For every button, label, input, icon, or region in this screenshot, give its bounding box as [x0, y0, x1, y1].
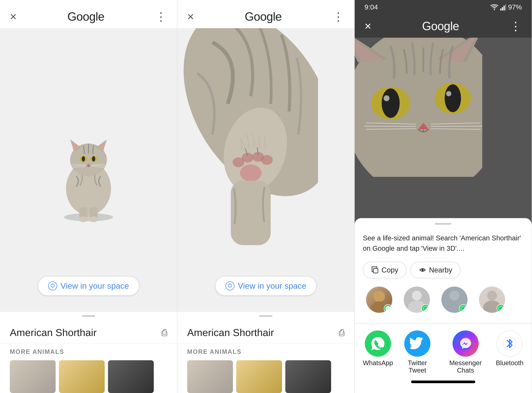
- close-button-3[interactable]: ×: [364, 20, 371, 32]
- animal-thumb-5[interactable]: [236, 360, 282, 393]
- animal-thumb-4[interactable]: [187, 360, 233, 393]
- status-bar-right: 97%: [490, 3, 522, 11]
- cat-closeup-model: [355, 38, 482, 177]
- copy-button[interactable]: Copy: [363, 262, 407, 278]
- messenger-svg: [458, 336, 473, 351]
- whatsapp-icon-small-3: [460, 306, 466, 311]
- contact-1[interactable]: [363, 287, 396, 315]
- svg-point-8: [82, 156, 85, 162]
- whatsapp-svg: [370, 336, 385, 351]
- svg-point-27: [242, 153, 253, 163]
- view-space-button-2[interactable]: View in your space: [215, 276, 316, 295]
- whatsapp-badge-1: [384, 304, 392, 313]
- menu-button-3[interactable]: ⋮: [510, 23, 522, 29]
- scroll-indicator-2: [177, 312, 354, 320]
- whatsapp-icon-small-2: [423, 306, 428, 311]
- whatsapp-badge-3: [459, 304, 468, 313]
- whatsapp-badge-4: [497, 304, 505, 313]
- app-title-3: Google: [422, 19, 459, 33]
- svg-point-59: [412, 291, 422, 300]
- close-button[interactable]: ×: [10, 11, 17, 22]
- signal-icon: [500, 4, 506, 10]
- wifi-icon: [490, 4, 498, 10]
- bluetooth-app-icon: [497, 330, 523, 357]
- animal-thumb-3[interactable]: [108, 360, 154, 393]
- svg-point-43: [382, 88, 400, 118]
- contact-4[interactable]: [476, 287, 508, 315]
- copy-icon: [371, 266, 379, 274]
- close-button-2[interactable]: ×: [187, 11, 194, 22]
- svg-point-46: [445, 84, 461, 112]
- panel3-header: × Google ⋮: [355, 13, 532, 38]
- panel-2: × Google ⋮: [177, 0, 355, 393]
- share-button[interactable]: ⎙: [162, 327, 167, 338]
- app-messenger[interactable]: Messenger Chats: [442, 330, 489, 374]
- twitter-svg: [410, 336, 425, 351]
- svg-point-65: [487, 291, 497, 300]
- contact-3[interactable]: [438, 287, 471, 315]
- more-animals-label-2: MORE ANIMALS: [187, 348, 345, 355]
- app-title: Google: [67, 10, 104, 23]
- more-animals-section-2: MORE ANIMALS: [177, 343, 354, 393]
- whatsapp-badge-2: [422, 304, 430, 313]
- svg-point-10: [92, 156, 95, 162]
- contact-avatar-2: [404, 287, 430, 313]
- share-action-row: Copy Nearby: [363, 262, 523, 278]
- animals-row-2: [187, 360, 345, 393]
- messenger-app-icon: [452, 330, 479, 357]
- battery-level: 97%: [508, 3, 522, 11]
- whatsapp-label: WhatsApp: [363, 359, 393, 367]
- cat-3d-model[interactable]: [48, 117, 129, 223]
- messenger-label: Messenger Chats: [442, 359, 489, 374]
- svg-point-62: [450, 291, 459, 300]
- app-whatsapp[interactable]: WhatsApp: [363, 330, 393, 374]
- animal-thumb-2[interactable]: [59, 360, 105, 393]
- animal-thumb-1[interactable]: [10, 360, 56, 393]
- view-space-button[interactable]: View in your space: [38, 276, 139, 295]
- svg-point-25: [240, 165, 261, 182]
- cat-zoomed-model[interactable]: [177, 28, 318, 257]
- animal-thumb-6[interactable]: [285, 360, 331, 393]
- view-space-label: View in your space: [61, 281, 129, 291]
- apps-row: WhatsApp Twitter Tweet: [363, 330, 523, 374]
- twitter-label: Twitter Tweet: [400, 359, 435, 374]
- svg-rect-55: [373, 268, 378, 273]
- contact-avatar-4: [479, 287, 505, 313]
- animal-name: American Shorthair: [10, 327, 97, 338]
- menu-button[interactable]: ⋮: [155, 14, 167, 20]
- view-space-label-2: View in your space: [238, 281, 307, 291]
- contact-avatar-3: [441, 287, 468, 313]
- ar-icon: [48, 281, 57, 290]
- panel2-model-area: View in your space: [177, 28, 354, 312]
- animal-name-2: American Shorthair: [187, 327, 274, 338]
- svg-point-29: [261, 155, 273, 165]
- status-time: 9:04: [364, 3, 378, 11]
- panel-1: × Google ⋮: [0, 0, 177, 393]
- svg-point-20: [79, 216, 88, 222]
- bottom-section: American Shorthair ⎙: [0, 320, 177, 343]
- twitter-app-icon: [404, 330, 430, 357]
- app-bluetooth[interactable]: Bluetooth: [496, 330, 523, 374]
- contact-2[interactable]: [400, 287, 433, 315]
- whatsapp-icon-small: [385, 306, 391, 311]
- menu-button-2[interactable]: ⋮: [332, 14, 345, 20]
- nearby-button[interactable]: Nearby: [410, 262, 460, 278]
- share-button-2[interactable]: ⎙: [339, 327, 345, 338]
- bluetooth-svg: [502, 336, 517, 351]
- panel2-header: × Google ⋮: [177, 0, 354, 28]
- svg-rect-35: [505, 4, 506, 10]
- bottom-section-2: American Shorthair ⎙: [177, 320, 354, 343]
- copy-label: Copy: [382, 266, 398, 274]
- panel1-header: × Google ⋮: [0, 0, 177, 28]
- divider: [355, 323, 532, 324]
- whatsapp-app-icon: [365, 330, 391, 357]
- contacts-row: [363, 287, 523, 315]
- share-sheet: See a life-sized animal! Search 'America…: [355, 218, 532, 393]
- animals-row: [10, 360, 167, 393]
- nearby-icon: [419, 266, 427, 274]
- home-indicator: [411, 381, 475, 383]
- app-twitter[interactable]: Twitter Tweet: [400, 330, 435, 374]
- app-title-2: Google: [245, 10, 282, 23]
- sheet-handle: [435, 223, 451, 225]
- svg-line-50: [364, 126, 416, 126]
